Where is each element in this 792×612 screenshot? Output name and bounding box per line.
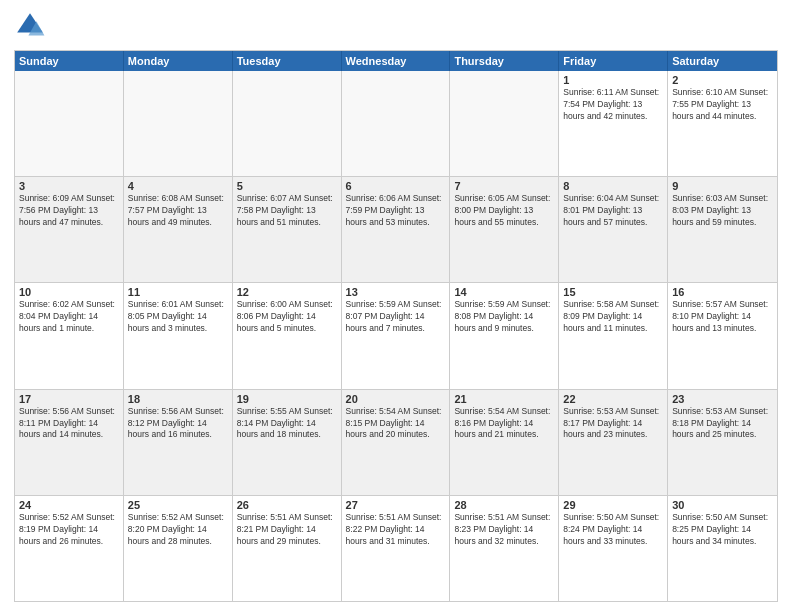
day-number: 13 bbox=[346, 286, 446, 298]
calendar-cell-7: 7Sunrise: 6:05 AM Sunset: 8:00 PM Daylig… bbox=[450, 177, 559, 282]
day-number: 18 bbox=[128, 393, 228, 405]
calendar-cell-1: 1Sunrise: 6:11 AM Sunset: 7:54 PM Daylig… bbox=[559, 71, 668, 176]
day-number: 7 bbox=[454, 180, 554, 192]
calendar-cell-12: 12Sunrise: 6:00 AM Sunset: 8:06 PM Dayli… bbox=[233, 283, 342, 388]
day-number: 28 bbox=[454, 499, 554, 511]
day-info: Sunrise: 5:50 AM Sunset: 8:25 PM Dayligh… bbox=[672, 512, 773, 548]
day-number: 25 bbox=[128, 499, 228, 511]
day-info: Sunrise: 5:51 AM Sunset: 8:23 PM Dayligh… bbox=[454, 512, 554, 548]
day-number: 1 bbox=[563, 74, 663, 86]
page: SundayMondayTuesdayWednesdayThursdayFrid… bbox=[0, 0, 792, 612]
day-number: 6 bbox=[346, 180, 446, 192]
calendar-cell-24: 24Sunrise: 5:52 AM Sunset: 8:19 PM Dayli… bbox=[15, 496, 124, 601]
day-number: 30 bbox=[672, 499, 773, 511]
calendar-cell-11: 11Sunrise: 6:01 AM Sunset: 8:05 PM Dayli… bbox=[124, 283, 233, 388]
day-number: 19 bbox=[237, 393, 337, 405]
calendar-cell-14: 14Sunrise: 5:59 AM Sunset: 8:08 PM Dayli… bbox=[450, 283, 559, 388]
day-info: Sunrise: 6:05 AM Sunset: 8:00 PM Dayligh… bbox=[454, 193, 554, 229]
calendar-row-2: 10Sunrise: 6:02 AM Sunset: 8:04 PM Dayli… bbox=[15, 283, 777, 389]
calendar-cell-empty-2 bbox=[233, 71, 342, 176]
day-info: Sunrise: 5:51 AM Sunset: 8:21 PM Dayligh… bbox=[237, 512, 337, 548]
calendar-cell-25: 25Sunrise: 5:52 AM Sunset: 8:20 PM Dayli… bbox=[124, 496, 233, 601]
calendar-cell-17: 17Sunrise: 5:56 AM Sunset: 8:11 PM Dayli… bbox=[15, 390, 124, 495]
day-info: Sunrise: 5:52 AM Sunset: 8:20 PM Dayligh… bbox=[128, 512, 228, 548]
weekday-header-thursday: Thursday bbox=[450, 51, 559, 71]
calendar-row-1: 3Sunrise: 6:09 AM Sunset: 7:56 PM Daylig… bbox=[15, 177, 777, 283]
day-info: Sunrise: 6:10 AM Sunset: 7:55 PM Dayligh… bbox=[672, 87, 773, 123]
day-info: Sunrise: 6:06 AM Sunset: 7:59 PM Dayligh… bbox=[346, 193, 446, 229]
weekday-header-saturday: Saturday bbox=[668, 51, 777, 71]
day-info: Sunrise: 5:50 AM Sunset: 8:24 PM Dayligh… bbox=[563, 512, 663, 548]
calendar-cell-16: 16Sunrise: 5:57 AM Sunset: 8:10 PM Dayli… bbox=[668, 283, 777, 388]
day-info: Sunrise: 5:54 AM Sunset: 8:15 PM Dayligh… bbox=[346, 406, 446, 442]
calendar-cell-6: 6Sunrise: 6:06 AM Sunset: 7:59 PM Daylig… bbox=[342, 177, 451, 282]
calendar-cell-empty-0 bbox=[15, 71, 124, 176]
calendar: SundayMondayTuesdayWednesdayThursdayFrid… bbox=[14, 50, 778, 602]
calendar-row-3: 17Sunrise: 5:56 AM Sunset: 8:11 PM Dayli… bbox=[15, 390, 777, 496]
calendar-cell-13: 13Sunrise: 5:59 AM Sunset: 8:07 PM Dayli… bbox=[342, 283, 451, 388]
calendar-cell-8: 8Sunrise: 6:04 AM Sunset: 8:01 PM Daylig… bbox=[559, 177, 668, 282]
day-info: Sunrise: 6:03 AM Sunset: 8:03 PM Dayligh… bbox=[672, 193, 773, 229]
day-number: 10 bbox=[19, 286, 119, 298]
calendar-cell-4: 4Sunrise: 6:08 AM Sunset: 7:57 PM Daylig… bbox=[124, 177, 233, 282]
day-number: 22 bbox=[563, 393, 663, 405]
day-number: 29 bbox=[563, 499, 663, 511]
day-info: Sunrise: 6:11 AM Sunset: 7:54 PM Dayligh… bbox=[563, 87, 663, 123]
day-info: Sunrise: 5:52 AM Sunset: 8:19 PM Dayligh… bbox=[19, 512, 119, 548]
day-info: Sunrise: 5:58 AM Sunset: 8:09 PM Dayligh… bbox=[563, 299, 663, 335]
day-info: Sunrise: 5:59 AM Sunset: 8:07 PM Dayligh… bbox=[346, 299, 446, 335]
weekday-header-sunday: Sunday bbox=[15, 51, 124, 71]
calendar-cell-2: 2Sunrise: 6:10 AM Sunset: 7:55 PM Daylig… bbox=[668, 71, 777, 176]
day-number: 16 bbox=[672, 286, 773, 298]
calendar-cell-27: 27Sunrise: 5:51 AM Sunset: 8:22 PM Dayli… bbox=[342, 496, 451, 601]
day-info: Sunrise: 5:54 AM Sunset: 8:16 PM Dayligh… bbox=[454, 406, 554, 442]
calendar-cell-empty-4 bbox=[450, 71, 559, 176]
day-number: 21 bbox=[454, 393, 554, 405]
calendar-cell-28: 28Sunrise: 5:51 AM Sunset: 8:23 PM Dayli… bbox=[450, 496, 559, 601]
logo bbox=[14, 10, 50, 42]
calendar-cell-23: 23Sunrise: 5:53 AM Sunset: 8:18 PM Dayli… bbox=[668, 390, 777, 495]
day-number: 5 bbox=[237, 180, 337, 192]
day-info: Sunrise: 5:56 AM Sunset: 8:11 PM Dayligh… bbox=[19, 406, 119, 442]
day-number: 4 bbox=[128, 180, 228, 192]
calendar-cell-26: 26Sunrise: 5:51 AM Sunset: 8:21 PM Dayli… bbox=[233, 496, 342, 601]
calendar-row-0: 1Sunrise: 6:11 AM Sunset: 7:54 PM Daylig… bbox=[15, 71, 777, 177]
day-number: 11 bbox=[128, 286, 228, 298]
calendar-cell-21: 21Sunrise: 5:54 AM Sunset: 8:16 PM Dayli… bbox=[450, 390, 559, 495]
day-info: Sunrise: 5:53 AM Sunset: 8:18 PM Dayligh… bbox=[672, 406, 773, 442]
day-number: 8 bbox=[563, 180, 663, 192]
calendar-header: SundayMondayTuesdayWednesdayThursdayFrid… bbox=[15, 51, 777, 71]
header bbox=[14, 10, 778, 42]
calendar-cell-22: 22Sunrise: 5:53 AM Sunset: 8:17 PM Dayli… bbox=[559, 390, 668, 495]
day-number: 15 bbox=[563, 286, 663, 298]
calendar-cell-3: 3Sunrise: 6:09 AM Sunset: 7:56 PM Daylig… bbox=[15, 177, 124, 282]
weekday-header-friday: Friday bbox=[559, 51, 668, 71]
weekday-header-tuesday: Tuesday bbox=[233, 51, 342, 71]
calendar-cell-30: 30Sunrise: 5:50 AM Sunset: 8:25 PM Dayli… bbox=[668, 496, 777, 601]
calendar-cell-10: 10Sunrise: 6:02 AM Sunset: 8:04 PM Dayli… bbox=[15, 283, 124, 388]
day-info: Sunrise: 5:51 AM Sunset: 8:22 PM Dayligh… bbox=[346, 512, 446, 548]
calendar-cell-empty-3 bbox=[342, 71, 451, 176]
day-number: 17 bbox=[19, 393, 119, 405]
day-info: Sunrise: 5:57 AM Sunset: 8:10 PM Dayligh… bbox=[672, 299, 773, 335]
day-number: 20 bbox=[346, 393, 446, 405]
calendar-body: 1Sunrise: 6:11 AM Sunset: 7:54 PM Daylig… bbox=[15, 71, 777, 601]
day-info: Sunrise: 6:00 AM Sunset: 8:06 PM Dayligh… bbox=[237, 299, 337, 335]
day-info: Sunrise: 5:55 AM Sunset: 8:14 PM Dayligh… bbox=[237, 406, 337, 442]
day-number: 14 bbox=[454, 286, 554, 298]
calendar-cell-15: 15Sunrise: 5:58 AM Sunset: 8:09 PM Dayli… bbox=[559, 283, 668, 388]
day-info: Sunrise: 6:01 AM Sunset: 8:05 PM Dayligh… bbox=[128, 299, 228, 335]
day-number: 26 bbox=[237, 499, 337, 511]
calendar-row-4: 24Sunrise: 5:52 AM Sunset: 8:19 PM Dayli… bbox=[15, 496, 777, 601]
calendar-cell-20: 20Sunrise: 5:54 AM Sunset: 8:15 PM Dayli… bbox=[342, 390, 451, 495]
calendar-cell-5: 5Sunrise: 6:07 AM Sunset: 7:58 PM Daylig… bbox=[233, 177, 342, 282]
day-number: 23 bbox=[672, 393, 773, 405]
day-info: Sunrise: 6:02 AM Sunset: 8:04 PM Dayligh… bbox=[19, 299, 119, 335]
day-number: 9 bbox=[672, 180, 773, 192]
calendar-cell-9: 9Sunrise: 6:03 AM Sunset: 8:03 PM Daylig… bbox=[668, 177, 777, 282]
day-info: Sunrise: 6:04 AM Sunset: 8:01 PM Dayligh… bbox=[563, 193, 663, 229]
day-number: 3 bbox=[19, 180, 119, 192]
day-number: 24 bbox=[19, 499, 119, 511]
day-info: Sunrise: 5:59 AM Sunset: 8:08 PM Dayligh… bbox=[454, 299, 554, 335]
day-info: Sunrise: 5:56 AM Sunset: 8:12 PM Dayligh… bbox=[128, 406, 228, 442]
